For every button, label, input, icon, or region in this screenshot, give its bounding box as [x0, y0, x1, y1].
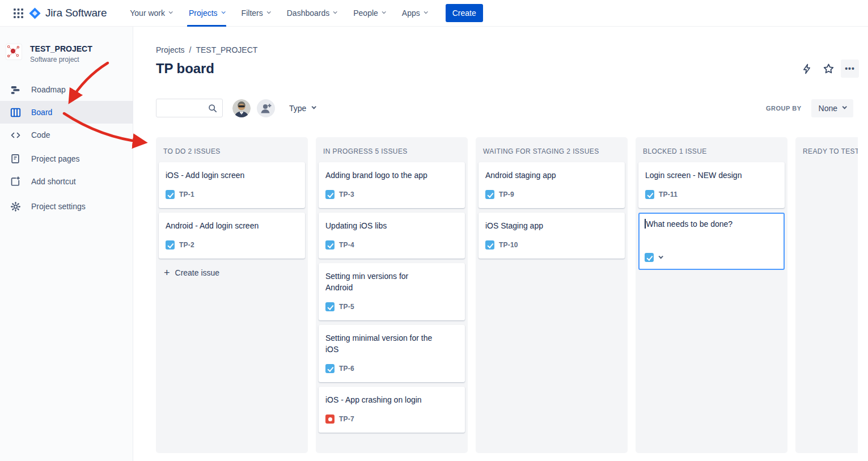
- add-people-icon: [257, 99, 275, 117]
- issue-title: Adding brand logo to the app: [325, 170, 458, 181]
- text-caret: [645, 219, 646, 229]
- issue-card-tp7[interactable]: iOS - App crashing on login TP-7: [319, 387, 465, 433]
- task-icon: [325, 302, 335, 311]
- column-ready-to-test: READY TO TEST: [795, 137, 858, 453]
- star-icon: [823, 64, 834, 74]
- project-name: TEST_PROJECT: [30, 44, 92, 54]
- type-filter[interactable]: Type: [289, 104, 315, 113]
- issue-card-tp1[interactable]: iOS - Add login screen TP-1: [159, 162, 305, 208]
- sidebar-item-code[interactable]: Code: [0, 124, 133, 146]
- more-icon: •••: [845, 64, 855, 73]
- chevron-down-icon: [221, 10, 225, 14]
- group-by-select[interactable]: None: [811, 99, 853, 117]
- jira-logo-icon: [28, 7, 41, 20]
- create-button[interactable]: Create: [446, 4, 483, 22]
- task-icon: [166, 190, 175, 199]
- task-icon: [645, 253, 654, 262]
- column-waiting-for-staging: WAITING FOR STAGING 2 ISSUES Android sta…: [476, 137, 628, 453]
- issue-title: Updating iOS libs: [325, 220, 458, 231]
- nav-item-apps[interactable]: Apps: [393, 0, 435, 27]
- nav-item-your-work[interactable]: Your work: [121, 0, 180, 27]
- kanban-board: TO DO 2 ISSUES iOS - Add login screen TP…: [156, 137, 858, 453]
- task-icon: [485, 240, 494, 249]
- sidebar-item-roadmap[interactable]: Roadmap: [0, 78, 133, 101]
- sidebar-nav: Roadmap Board Code Project pages Add sho…: [0, 78, 133, 218]
- create-issue-button[interactable]: + Create issue: [159, 264, 305, 281]
- issue-card-tp3[interactable]: Adding brand logo to the app TP-3: [319, 162, 465, 208]
- logo-text: Jira Software: [45, 7, 107, 19]
- column-todo: TO DO 2 ISSUES iOS - Add login screen TP…: [156, 137, 308, 453]
- column-header: WAITING FOR STAGING 2 ISSUES: [476, 137, 628, 162]
- star-button[interactable]: [819, 60, 837, 78]
- primary-nav: Your work Projects Filters Dashboards Pe…: [121, 0, 435, 27]
- issue-key: TP-5: [339, 303, 354, 311]
- task-icon: [485, 190, 494, 199]
- issue-key: TP-4: [339, 241, 354, 249]
- column-header: TO DO 2 ISSUES: [156, 137, 308, 162]
- issue-title: iOS Staging app: [485, 220, 618, 231]
- nav-item-projects[interactable]: Projects: [180, 0, 233, 27]
- board-toolbar: Type GROUP BY None: [156, 99, 853, 117]
- issue-card-tp5[interactable]: Setting min versions for Android TP-5: [319, 263, 465, 320]
- issue-title: Android - Add login screen: [166, 220, 298, 231]
- column-header: IN PROGRESS 5 ISSUES: [316, 137, 468, 162]
- sidebar-item-add-shortcut[interactable]: Add shortcut: [0, 170, 133, 193]
- bug-icon: [325, 415, 335, 424]
- column-in-progress: IN PROGRESS 5 ISSUES Adding brand logo t…: [316, 137, 468, 453]
- search-input[interactable]: [156, 104, 205, 113]
- chevron-down-icon: [312, 104, 316, 109]
- chevron-down-icon: [169, 10, 173, 14]
- top-nav: Jira Software Your work Projects Filters…: [0, 0, 868, 27]
- sidebar-item-project-settings[interactable]: Project settings: [0, 195, 133, 218]
- issue-key: TP-3: [339, 191, 354, 198]
- column-header: READY TO TEST: [795, 137, 858, 162]
- sidebar-item-board[interactable]: Board: [0, 101, 133, 124]
- automation-button[interactable]: [798, 60, 816, 78]
- issue-title: Android staging app: [485, 170, 618, 181]
- issue-type-selector-chevron-icon[interactable]: [658, 254, 663, 259]
- search-icon: [208, 104, 217, 115]
- task-icon: [325, 364, 335, 373]
- issue-card-tp9[interactable]: Android staging app TP-9: [479, 162, 625, 208]
- breadcrumb-project-key[interactable]: TEST_PROJECT: [196, 45, 257, 54]
- sidebar-item-project-pages[interactable]: Project pages: [0, 147, 133, 170]
- issue-title: Setting minimal version for the iOS: [325, 332, 442, 355]
- chevron-down-icon: [424, 10, 427, 14]
- chevron-down-icon: [266, 10, 270, 14]
- breadcrumb-separator: /: [189, 45, 192, 54]
- more-button[interactable]: •••: [841, 60, 859, 78]
- issue-card-tp4[interactable]: Updating iOS libs TP-4: [319, 213, 465, 259]
- jira-logo[interactable]: Jira Software: [28, 7, 107, 20]
- new-issue-placeholder: What needs to be done?: [646, 219, 733, 229]
- issue-card-tp11[interactable]: Login screen - NEW design TP-11: [638, 162, 785, 208]
- board-actions: •••: [798, 60, 859, 78]
- user-avatar[interactable]: [232, 99, 251, 117]
- issue-key: TP-9: [499, 191, 514, 198]
- page-title: TP board: [156, 61, 214, 77]
- new-issue-editor[interactable]: What needs to be done?: [638, 213, 785, 270]
- main-content: Projects / TEST_PROJECT TP board •••: [134, 27, 868, 461]
- issue-card-tp10[interactable]: iOS Staging app TP-10: [479, 213, 625, 259]
- add-people-button[interactable]: [257, 99, 275, 117]
- issue-title: iOS - App crashing on login: [325, 394, 458, 405]
- group-by-label: GROUP BY: [766, 105, 801, 112]
- nav-item-dashboards[interactable]: Dashboards: [278, 0, 345, 27]
- issue-key: TP-1: [179, 191, 194, 198]
- issue-card-tp2[interactable]: Android - Add login screen TP-2: [159, 213, 305, 259]
- project-avatar: [6, 44, 22, 60]
- project-type: Software project: [30, 56, 92, 64]
- issue-key: TP-11: [659, 191, 678, 198]
- issue-key: TP-6: [339, 365, 354, 373]
- task-icon: [645, 190, 654, 199]
- sidebar: TEST_PROJECT Software project Roadmap Bo…: [0, 27, 133, 461]
- chevron-down-icon: [382, 10, 386, 14]
- breadcrumb-projects[interactable]: Projects: [156, 45, 185, 54]
- nav-item-people[interactable]: People: [345, 0, 393, 27]
- nav-item-filters[interactable]: Filters: [233, 0, 278, 27]
- roadmap-icon: [9, 83, 22, 96]
- app-switcher-icon[interactable]: [9, 4, 27, 22]
- task-icon: [325, 190, 335, 199]
- task-icon: [166, 240, 175, 249]
- issue-card-tp6[interactable]: Setting minimal version for the iOS TP-6: [319, 325, 465, 382]
- pages-icon: [9, 152, 22, 166]
